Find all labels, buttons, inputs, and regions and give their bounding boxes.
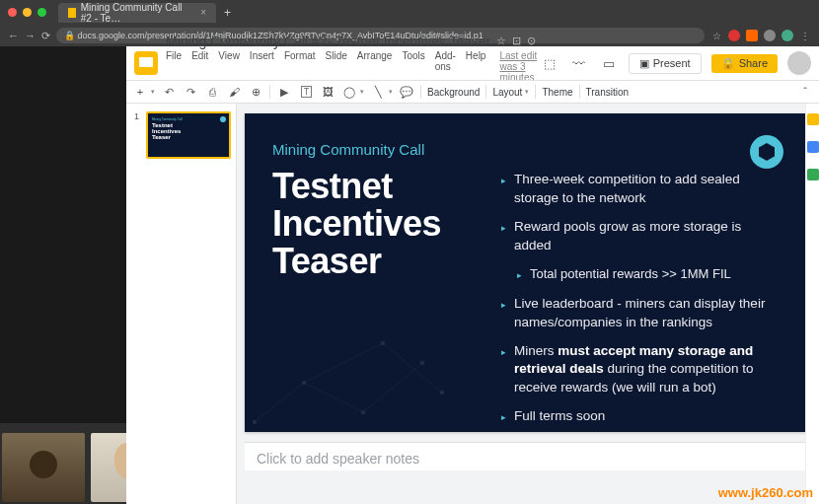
list-item: ▸Miners must accept many storage and ret…: [501, 342, 782, 398]
select-icon[interactable]: ▶: [276, 84, 292, 100]
activity-icon[interactable]: 〰: [569, 53, 589, 73]
list-item: ▸Total potential rewards >> 1MM FIL: [517, 265, 782, 283]
keep-icon[interactable]: [807, 141, 819, 153]
svg-line-1: [304, 383, 363, 412]
chat-icon[interactable]: ▭: [599, 53, 619, 73]
extension-icon[interactable]: [746, 30, 758, 41]
list-item: ▸Three-week competition to add sealed st…: [501, 171, 782, 208]
list-item: ▸Live leaderboard - miners can display t…: [501, 295, 782, 332]
comment-icon[interactable]: 💬: [399, 84, 414, 100]
maximize-window-icon[interactable]: [37, 8, 46, 17]
print-icon[interactable]: ⎙: [204, 84, 220, 100]
menu-icon[interactable]: ⋮: [799, 30, 811, 41]
slide-number: 1: [134, 111, 139, 121]
logo-icon: [220, 116, 226, 122]
tab-title: Mining Community Call #2 - Te…: [81, 2, 192, 24]
toolbar: +▾ ↶ ↷ ⎙ 🖌 ⊕ ▶ 🅃 🖼 ◯▾ ╲▾ 💬 Background La…: [126, 80, 819, 104]
profile-avatar[interactable]: [782, 30, 793, 41]
svg-line-0: [255, 383, 304, 422]
new-tab-button[interactable]: +: [224, 6, 231, 20]
side-panel: [805, 104, 819, 504]
close-window-icon[interactable]: [8, 8, 17, 17]
bullet-icon: ▸: [517, 269, 522, 283]
new-slide-icon[interactable]: +: [132, 84, 148, 100]
image-icon[interactable]: 🖼: [320, 84, 335, 100]
move-icon[interactable]: ⊡: [512, 35, 521, 47]
reload-icon[interactable]: ⟳: [41, 30, 50, 42]
star-icon[interactable]: ☆: [710, 30, 722, 41]
svg-point-7: [361, 410, 365, 414]
close-tab-icon[interactable]: ×: [200, 7, 206, 18]
minimize-window-icon[interactable]: [23, 8, 32, 17]
doc-title[interactable]: Mining Community Call #2- Testnet Incent…: [166, 34, 490, 49]
participant-video[interactable]: [2, 433, 85, 502]
list-item: ▸Reward pools grow as more storage is ad…: [501, 218, 782, 255]
line-icon[interactable]: ╲: [370, 84, 386, 100]
comments-icon[interactable]: ⬚: [540, 53, 559, 73]
svg-point-8: [420, 361, 424, 365]
undo-icon[interactable]: ↶: [161, 84, 177, 100]
speaker-notes-input[interactable]: Click to add speaker notes: [245, 442, 805, 470]
user-avatar[interactable]: [787, 51, 811, 75]
tasks-icon[interactable]: [807, 169, 819, 180]
bullet-list: ▸Three-week competition to add sealed st…: [501, 171, 782, 432]
list-item: ▸Full terms soon: [501, 407, 782, 426]
bullet-icon: ▸: [501, 222, 506, 255]
redo-icon[interactable]: ↷: [183, 84, 198, 100]
filmstrip: 1 Mining Community Call TestnetIncentive…: [126, 104, 237, 504]
google-slides-app: Mining Community Call #2- Testnet Incent…: [126, 46, 819, 504]
filecoin-logo-icon: [750, 135, 783, 169]
lock-icon: 🔒: [64, 31, 75, 40]
lock-icon: 🔒: [721, 57, 735, 70]
background-button[interactable]: Background: [427, 87, 480, 98]
bullet-icon: ▸: [501, 175, 506, 208]
watermark-text: www.jk260.com: [718, 485, 813, 500]
svg-point-10: [440, 391, 444, 395]
slide-canvas[interactable]: Mining Community Call Testnet Incentives…: [245, 113, 805, 432]
canvas-area[interactable]: Mining Community Call Testnet Incentives…: [237, 104, 819, 504]
slides-favicon-icon: [68, 8, 76, 18]
zoom-icon[interactable]: ⊕: [248, 84, 263, 100]
slide-thumbnail[interactable]: Mining Community Call TestnetIncentivesT…: [146, 111, 231, 159]
svg-line-2: [363, 363, 422, 412]
textbox-icon[interactable]: 🅃: [298, 84, 314, 100]
theme-button[interactable]: Theme: [542, 87, 572, 98]
shape-icon[interactable]: ◯: [341, 84, 357, 100]
slides-header: Mining Community Call #2- Testnet Incent…: [126, 46, 819, 80]
thumb-title: TestnetIncentivesTeaser: [152, 122, 225, 140]
calendar-icon[interactable]: [807, 113, 819, 125]
browser-tab-bar: Mining Community Call #2 - Te… × +: [0, 0, 819, 25]
network-decoration-icon: [245, 304, 482, 432]
bullet-icon: ▸: [501, 411, 506, 426]
svg-point-9: [381, 341, 385, 345]
see-status-icon[interactable]: ⊙: [527, 35, 536, 47]
bullet-icon: ▸: [501, 346, 506, 398]
svg-point-6: [302, 381, 306, 385]
bullet-icon: ▸: [501, 299, 506, 332]
video-conference-panel: [0, 46, 126, 423]
present-button[interactable]: ▣Present: [629, 53, 702, 74]
extension-icon[interactable]: [728, 30, 740, 41]
paint-format-icon[interactable]: 🖌: [226, 84, 242, 100]
layout-button[interactable]: Layout: [492, 87, 522, 98]
svg-point-5: [253, 420, 257, 424]
slide-subtitle: Mining Community Call: [272, 141, 778, 158]
forward-icon[interactable]: →: [25, 30, 36, 41]
window-controls[interactable]: [8, 8, 46, 17]
svg-line-3: [304, 343, 383, 383]
slides-logo-icon[interactable]: [134, 51, 158, 75]
svg-line-4: [383, 343, 442, 393]
star-icon[interactable]: ☆: [496, 35, 506, 47]
hide-menus-icon[interactable]: ˆ: [797, 84, 813, 100]
back-icon[interactable]: ←: [8, 30, 19, 41]
play-icon: ▣: [639, 57, 649, 70]
transition-button[interactable]: Transition: [586, 87, 630, 98]
browser-tab[interactable]: Mining Community Call #2 - Te… ×: [58, 3, 216, 23]
share-button[interactable]: 🔒Share: [711, 54, 778, 73]
extension-icon[interactable]: [764, 30, 776, 41]
